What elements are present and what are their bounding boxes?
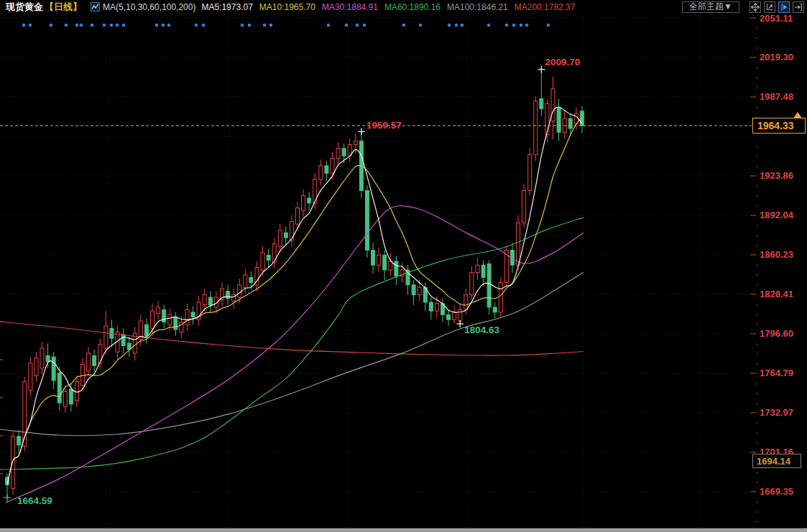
event-dot[interactable] [487,24,491,27]
event-dot[interactable] [167,24,171,27]
candle[interactable] [226,285,230,305]
candle[interactable] [412,280,415,305]
event-dot[interactable] [122,24,126,27]
event-dot[interactable] [22,24,26,27]
candle[interactable] [127,337,131,357]
candle[interactable] [284,227,287,246]
event-dot[interactable] [419,24,423,27]
event-dot[interactable] [269,24,273,27]
candle[interactable] [372,243,375,274]
candle[interactable] [17,430,21,452]
event-dot[interactable] [455,24,458,27]
event-dot[interactable] [65,24,68,27]
candle[interactable] [395,256,398,285]
candle[interactable] [389,253,392,276]
candle[interactable] [453,306,456,323]
candle[interactable] [551,76,555,139]
candle[interactable] [302,190,305,217]
event-dot[interactable] [202,24,206,27]
candle[interactable] [75,375,78,406]
candle[interactable] [319,159,323,185]
candle[interactable] [272,238,276,269]
event-dot[interactable] [91,24,94,27]
event-dot[interactable] [162,24,165,27]
candle[interactable] [447,309,451,325]
candle[interactable] [476,258,479,280]
candle[interactable] [87,347,91,376]
event-dot[interactable] [363,24,366,27]
candle[interactable] [278,224,282,253]
event-dot[interactable] [110,24,114,27]
candle[interactable] [203,289,206,311]
candle[interactable] [162,304,166,328]
event-dot[interactable] [505,24,509,27]
candle[interactable] [359,131,363,198]
candle[interactable] [151,304,155,336]
event-dot[interactable] [75,24,79,27]
chart-play-icon[interactable] [778,1,790,13]
candle[interactable] [185,304,189,331]
event-dot[interactable] [248,24,252,27]
event-dot[interactable] [461,24,464,27]
candle[interactable] [540,70,543,116]
candle[interactable] [481,260,485,285]
candle[interactable] [336,142,340,164]
event-dot[interactable] [448,24,451,27]
event-dot[interactable] [103,24,106,27]
candle[interactable] [441,299,445,322]
event-dot[interactable] [327,24,331,27]
event-dot[interactable] [356,24,359,27]
candle[interactable] [157,301,160,319]
candle[interactable] [121,328,125,353]
candlestick-chart[interactable]: 2009.701959.571804.631664.592051.112019.… [0,0,807,532]
ma-indicator-icon[interactable] [91,2,100,11]
candle[interactable] [528,149,532,196]
event-dot[interactable] [195,24,198,27]
candle[interactable] [197,296,200,325]
candle[interactable] [29,357,32,396]
candle[interactable] [232,289,236,309]
move-tool-icon[interactable] [750,1,761,13]
candle[interactable] [580,106,584,134]
horizontal-scrollbar[interactable] [0,528,807,532]
event-dot[interactable] [116,24,119,27]
candle[interactable] [40,342,44,374]
event-dot[interactable] [155,24,159,27]
event-dot[interactable] [525,24,529,27]
candle[interactable] [208,291,212,312]
candle[interactable] [400,263,404,283]
event-dot[interactable] [263,24,267,27]
candle[interactable] [290,215,293,246]
event-dot[interactable] [402,24,406,27]
candle[interactable] [267,249,270,268]
candle[interactable] [499,277,502,317]
candle[interactable] [487,260,491,314]
event-dot[interactable] [345,24,349,27]
candle[interactable] [522,185,526,228]
event-dot[interactable] [512,24,516,27]
candle[interactable] [52,352,55,389]
candle[interactable] [534,96,538,161]
candle[interactable] [69,383,73,411]
candle[interactable] [174,312,177,336]
candle[interactable] [406,265,410,294]
event-dot[interactable] [80,24,83,27]
candle[interactable] [493,302,497,318]
candle[interactable] [244,269,247,294]
candle[interactable] [563,111,566,139]
event-dot[interactable] [29,24,32,27]
candle[interactable] [504,246,508,288]
event-dot[interactable] [547,24,550,27]
candle[interactable] [255,261,259,291]
theme-selector-button[interactable]: 全部主题▼ [682,1,739,13]
axis-scale-icon[interactable] [764,1,775,13]
event-dot[interactable] [520,24,523,27]
candle[interactable] [34,352,38,381]
candle[interactable] [557,99,561,141]
candle[interactable] [191,306,195,325]
candle[interactable] [470,266,474,300]
candle[interactable] [365,186,369,258]
candle[interactable] [220,282,223,306]
candle[interactable] [429,297,433,319]
candle[interactable] [348,139,351,162]
